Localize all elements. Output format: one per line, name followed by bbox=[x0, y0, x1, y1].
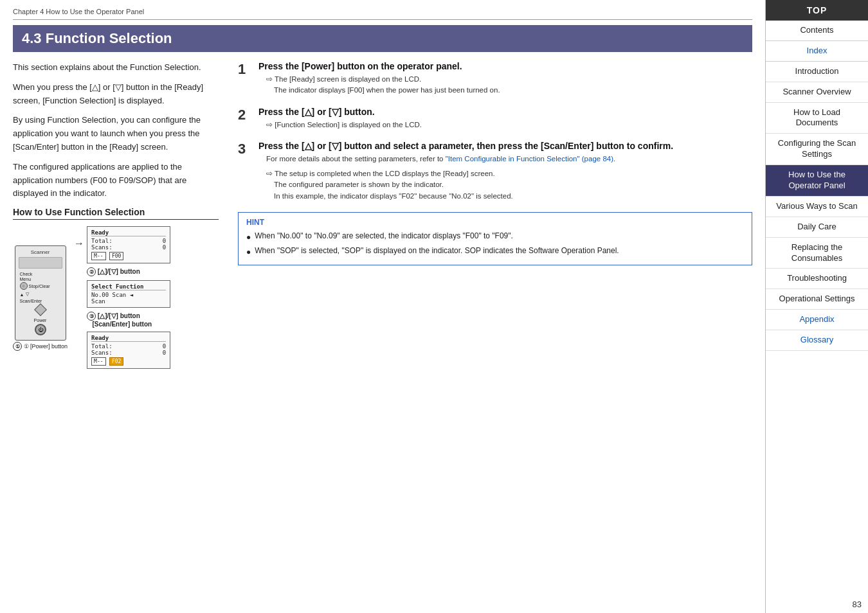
step-3: 3 Press the [△] or [▽] button and select… bbox=[238, 141, 752, 202]
screen1: Ready Total:0 Scans:0 M-- F00 bbox=[87, 226, 170, 263]
diagram-area: Scanner Check Menu ○ bbox=[13, 226, 219, 369]
main-content: Chapter 4 How to Use the Operator Panel … bbox=[0, 0, 765, 613]
step1-sub1: ⇨ The [Ready] screen is displayed on the… bbox=[266, 74, 752, 85]
sidebar-item-index[interactable]: Index bbox=[766, 41, 868, 62]
bullet-2: ● bbox=[246, 247, 251, 258]
step2-sub1: ⇨ [Function Selection] is displayed on t… bbox=[266, 120, 752, 130]
sidebar-item-replacing[interactable]: Replacing the Consumables bbox=[766, 238, 868, 269]
hint-item-2: ● When "SOP" is selected, "SOP" is displ… bbox=[246, 245, 744, 258]
step3-label: ③ [△]/[▽] button [Scan/Enter] button bbox=[87, 312, 170, 328]
hint-title: HINT bbox=[246, 218, 744, 227]
page-number: 83 bbox=[766, 596, 868, 613]
bullet-1: ● bbox=[246, 232, 251, 243]
section-number: 4.3 bbox=[22, 30, 42, 46]
intro-p1: This section explains about the Function… bbox=[13, 61, 219, 75]
step3-main: Press the [△] or [▽] button and select a… bbox=[258, 141, 752, 151]
sidebar-item-daily-care[interactable]: Daily Care bbox=[766, 217, 868, 238]
step3-sub3: In this example, the indicator displays … bbox=[274, 191, 752, 202]
step2-label: ② [△]/[▽] button bbox=[87, 267, 170, 276]
sidebar-item-operational[interactable]: Operational Settings bbox=[766, 289, 868, 310]
sidebar-item-troubleshooting[interactable]: Troubleshooting bbox=[766, 269, 868, 289]
sidebar-item-contents[interactable]: Contents bbox=[766, 21, 868, 41]
breadcrumb: Chapter 4 How to Use the Operator Panel bbox=[13, 8, 752, 20]
screen3: Ready Total:0 Scans:0 M-- F02 bbox=[87, 332, 170, 369]
screen2: Select Function No.00 Scan ◄ Scan bbox=[87, 280, 170, 308]
step-2: 2 Press the [△] or [▽] button. ⇨ [Functi… bbox=[238, 107, 752, 130]
intro-p4: The configured applications are applied … bbox=[13, 161, 219, 200]
hint-text-1: When "No.00" to "No.09" are selected, th… bbox=[255, 231, 513, 243]
intro-p3: By using Function Selection, you can con… bbox=[13, 114, 219, 154]
section-title: 4.3 Function Selection bbox=[13, 25, 752, 52]
step1-sub2: The indicator displays [F00] when the po… bbox=[274, 85, 752, 96]
hint-text-2: When "SOP" is selected, "SOP" is display… bbox=[255, 245, 619, 258]
step3-link[interactable]: For more details about the setting param… bbox=[266, 154, 752, 164]
sidebar-top[interactable]: TOP bbox=[766, 0, 868, 21]
step3-sub1: ⇨ The setup is completed when the LCD di… bbox=[266, 168, 752, 179]
steps-area: 1 Press the [Power] button on the operat… bbox=[238, 61, 752, 369]
step2-main: Press the [△] or [▽] button. bbox=[258, 107, 752, 117]
step3-sub2: The configured parameter is shown by the… bbox=[274, 179, 752, 190]
sidebar-item-various-ways[interactable]: Various Ways to Scan bbox=[766, 197, 868, 217]
step-1: 1 Press the [Power] button on the operat… bbox=[238, 61, 752, 96]
step1-main: Press the [Power] button on the operator… bbox=[258, 61, 752, 71]
sidebar: TOP Contents Index Introduction Scanner … bbox=[765, 0, 868, 613]
sidebar-item-appendix[interactable]: Appendix bbox=[766, 310, 868, 330]
subsection-title: How to Use Function Selection bbox=[13, 207, 219, 220]
hint-item-1: ● When "No.00" to "No.09" are selected, … bbox=[246, 231, 744, 243]
sidebar-item-glossary[interactable]: Glossary bbox=[766, 330, 868, 351]
sidebar-item-introduction[interactable]: Introduction bbox=[766, 62, 868, 82]
sidebar-item-operator-panel[interactable]: How to Use the Operator Panel bbox=[766, 165, 868, 197]
intro-p2: When you press the [△] or [▽] button in … bbox=[13, 81, 219, 108]
sidebar-item-how-to-load[interactable]: How to Load Documents bbox=[766, 103, 868, 134]
hint-box: HINT ● When "No.00" to "No.09" are selec… bbox=[238, 212, 752, 266]
sidebar-item-scanner-overview[interactable]: Scanner Overview bbox=[766, 82, 868, 103]
sidebar-item-configuring-scan[interactable]: Configuring the Scan Settings bbox=[766, 134, 868, 165]
section-title-text: Function Selection bbox=[46, 30, 172, 46]
power-label: ① ① [Power] button bbox=[13, 342, 68, 351]
